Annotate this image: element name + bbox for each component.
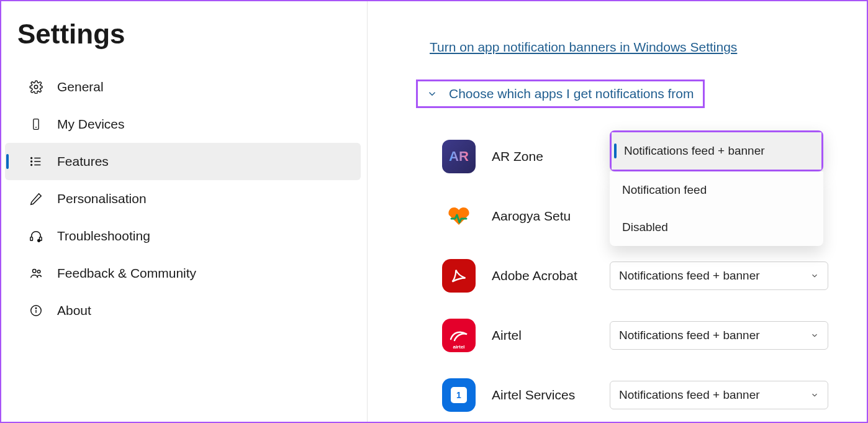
app-icon-ar-zone: AR bbox=[442, 140, 476, 173]
sidebar-item-troubleshooting[interactable]: Troubleshooting bbox=[1, 217, 361, 255]
app-icon-airtel-services: 1 bbox=[442, 378, 476, 412]
sidebar-item-personalisation[interactable]: Personalisation bbox=[1, 180, 361, 217]
app-name-label: Adobe Acrobat bbox=[492, 268, 610, 283]
sidebar-item-label: Feedback & Community bbox=[57, 266, 196, 281]
sidebar-item-general[interactable]: General bbox=[1, 68, 361, 106]
svg-point-11 bbox=[38, 240, 40, 242]
app-icon-adobe-acrobat bbox=[442, 259, 476, 293]
sidebar-item-about[interactable]: About bbox=[1, 292, 361, 329]
content-panel: Turn on app notification banners in Wind… bbox=[368, 1, 867, 422]
sidebar-item-label: Features bbox=[57, 154, 109, 169]
info-icon bbox=[29, 303, 43, 318]
dropdown-option[interactable]: Notifications feed + banner bbox=[612, 132, 821, 170]
svg-point-8 bbox=[31, 165, 32, 166]
phone-icon bbox=[29, 117, 43, 132]
app-icon-aarogya-setu bbox=[442, 199, 476, 233]
notification-dropdown-open: Notifications feed + banner Notification… bbox=[610, 130, 823, 246]
svg-rect-1 bbox=[34, 119, 38, 130]
notification-banners-link[interactable]: Turn on app notification banners in Wind… bbox=[430, 40, 737, 55]
gear-icon bbox=[29, 80, 43, 94]
sidebar-item-label: General bbox=[57, 80, 104, 94]
app-row: Adobe Acrobat Notifications feed + banne… bbox=[442, 246, 867, 306]
headset-icon bbox=[29, 229, 43, 243]
pen-icon bbox=[29, 191, 43, 206]
app-icon-airtel: airtel bbox=[442, 319, 476, 352]
chevron-down-icon bbox=[810, 271, 819, 280]
sidebar-item-label: About bbox=[57, 303, 91, 318]
list-icon bbox=[29, 154, 43, 169]
sidebar-item-feedback[interactable]: Feedback & Community bbox=[1, 255, 361, 292]
choose-apps-section-header[interactable]: Choose which apps I get notifications fr… bbox=[416, 80, 705, 108]
dropdown-value: Notifications feed + banner bbox=[619, 269, 760, 283]
page-title: Settings bbox=[17, 19, 367, 50]
svg-point-0 bbox=[34, 85, 38, 89]
people-icon bbox=[29, 266, 43, 281]
dropdown-option[interactable]: Notification feed bbox=[610, 171, 823, 209]
dropdown-value: Notifications feed + banner bbox=[619, 388, 760, 402]
svg-point-6 bbox=[31, 158, 32, 159]
notification-dropdown[interactable]: Notifications feed + banner bbox=[610, 381, 828, 409]
sidebar-item-label: Troubleshooting bbox=[57, 229, 150, 243]
svg-point-7 bbox=[31, 161, 32, 162]
svg-point-16 bbox=[35, 308, 36, 309]
sidebar-item-label: Personalisation bbox=[57, 191, 147, 206]
svg-point-12 bbox=[33, 270, 37, 273]
sidebar: Settings General My Devices Features Per… bbox=[1, 1, 368, 422]
chevron-down-icon bbox=[810, 391, 819, 399]
app-name-label: Airtel Services bbox=[492, 388, 610, 403]
sidebar-item-my-devices[interactable]: My Devices bbox=[1, 106, 361, 143]
section-header-label: Choose which apps I get notifications fr… bbox=[449, 86, 694, 101]
dropdown-option[interactable]: Disabled bbox=[610, 209, 823, 246]
notification-dropdown[interactable]: Notifications feed + banner bbox=[610, 321, 828, 350]
app-row: 1 Airtel Services Notifications feed + b… bbox=[442, 365, 867, 423]
chevron-down-icon bbox=[810, 331, 819, 340]
sidebar-item-label: My Devices bbox=[57, 117, 125, 132]
app-name-label: Airtel bbox=[492, 328, 610, 343]
sidebar-item-features[interactable]: Features bbox=[5, 143, 361, 180]
notification-dropdown[interactable]: Notifications feed + banner bbox=[610, 262, 828, 290]
app-row: airtel Airtel Notifications feed + banne… bbox=[442, 306, 867, 365]
dropdown-value: Notifications feed + banner bbox=[619, 329, 760, 342]
svg-rect-9 bbox=[30, 237, 33, 241]
chevron-down-icon bbox=[427, 88, 438, 99]
svg-point-13 bbox=[37, 270, 40, 273]
app-name-label: AR Zone bbox=[492, 149, 610, 164]
app-name-label: Aarogya Setu bbox=[492, 209, 610, 224]
